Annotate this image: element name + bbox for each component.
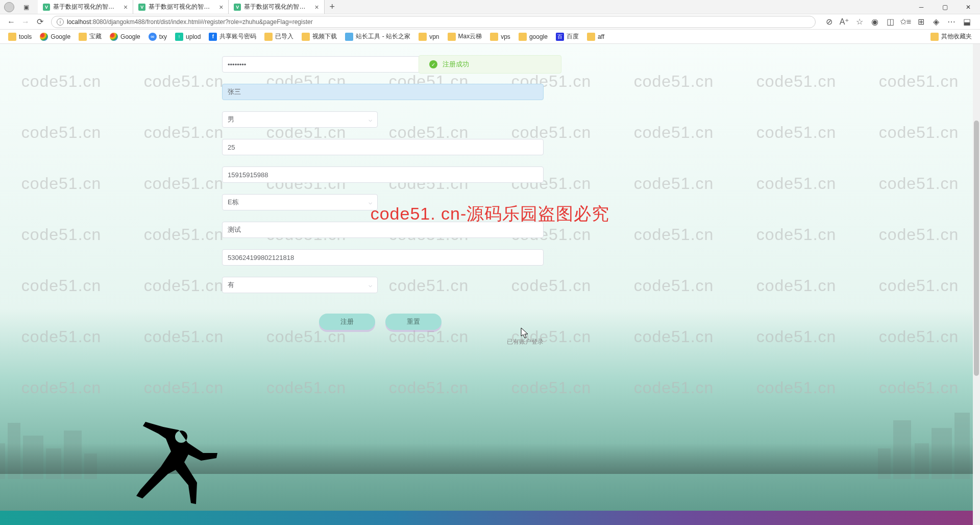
tab-title: 基于数据可视化的智慧社区内网 [53,3,119,11]
bookmark-label: 百度 [567,32,579,41]
bookmark-item[interactable]: 百百度 [552,32,583,41]
window-controls: ─ ▢ ✕ [910,0,980,14]
browser-tabs: V 基于数据可视化的智慧社区内网 × V 基于数据可视化的智慧社区内网 × V … [38,0,910,14]
forward-button[interactable]: → [18,15,33,29]
close-button[interactable]: ✕ [957,0,980,14]
bookmark-label: aff [598,33,604,40]
scrollbar-thumb[interactable] [974,121,979,376]
bookmark-label: vpn [429,33,439,40]
browser-tab[interactable]: V 基于数据可视化的智慧社区内网 × [38,0,133,14]
url-host: localhost [67,18,91,26]
has-account-select[interactable]: 有 ⌵ [222,277,378,293]
bookmark-label: txy [159,33,167,40]
downloads-icon[interactable]: ⬓ [962,17,972,27]
bookmark-item[interactable]: tools [4,33,36,41]
folder-icon [519,33,527,41]
bookmark-item[interactable]: ↑uplod [171,33,205,41]
building-select[interactable]: E栋 ⌵ [222,194,378,210]
baidu-icon: 百 [556,33,564,41]
bookmark-item[interactable]: f共享账号密码 [205,32,260,41]
back-button[interactable]: ← [4,15,18,29]
watermark-text: code51.cn [857,72,980,91]
watermark-text: code51.cn [0,276,122,295]
other-bookmarks-button[interactable]: 其他收藏夹 [926,32,976,41]
watermark-text: code51.cn [0,225,122,244]
tab-title: 基于数据可视化的智慧社区内网 [149,3,215,11]
runner-icon [133,418,225,517]
folder-icon [79,33,87,41]
minimize-button[interactable]: ─ [910,0,933,14]
bookmark-item[interactable]: 已导入 [260,32,298,41]
gender-select[interactable]: 男 ⌵ [222,111,378,128]
bookmark-label: Max云梯 [458,32,482,41]
bookmark-item[interactable]: Max云梯 [444,32,486,41]
bookmark-label: google [529,33,548,40]
has-account-value: 有 [228,280,234,290]
tracking-icon[interactable]: ⊘ [824,17,834,27]
age-field[interactable] [222,139,544,155]
copilot-icon[interactable]: ◉ [870,17,880,27]
bookmarks-bar: toolsGoogle宝藏Google∞txy↑uplodf共享账号密码已导入视… [0,30,980,44]
bookmark-item[interactable]: 站长工具 - 站长之家 [341,32,414,41]
scrollbar-track[interactable] [973,44,980,525]
bookmark-item[interactable]: ∞txy [144,33,171,41]
favorites-list-icon[interactable]: ✩≡ [900,17,911,27]
bookmark-item[interactable]: Google [36,33,75,41]
vue-favicon-icon: V [43,4,50,11]
watermark-text: code51.cn [857,225,980,244]
window-titlebar: ▣ V 基于数据可视化的智慧社区内网 × V 基于数据可视化的智慧社区内网 × … [0,0,980,14]
split-screen-icon[interactable]: ◫ [885,17,895,27]
refresh-button[interactable]: ⟳ [33,15,47,29]
folder-icon [8,33,16,41]
extensions-icon[interactable]: ◈ [931,17,941,27]
bookmark-item[interactable]: vps [486,33,514,41]
bookmark-label: 已导入 [275,32,293,41]
maximize-button[interactable]: ▢ [933,0,957,14]
bookmark-item[interactable]: vpn [414,33,443,41]
phone-field[interactable] [222,166,544,183]
bookmark-item[interactable]: Google [106,33,144,41]
bookmark-label: vps [501,33,510,40]
watermark-text: code51.cn [612,123,735,142]
bookmark-item[interactable]: 宝藏 [75,32,106,41]
register-button[interactable]: 注册 [319,314,375,330]
tab-close-icon[interactable]: × [124,3,128,11]
tab-title: 基于数据可视化的智慧社区内网 [244,3,310,11]
bookmark-item[interactable]: google [514,33,552,41]
login-link[interactable]: 已有账户登录 [222,338,544,346]
favorite-icon[interactable]: ☆ [854,17,865,27]
browser-tab[interactable]: V 基于数据可视化的智慧社区内网 × [133,0,229,14]
chevron-down-icon: ⌵ [369,281,372,289]
bookmark-label: Google [120,33,140,40]
collections-icon[interactable]: ⊞ [916,17,926,27]
folder-icon [264,33,273,41]
profile-icon[interactable] [4,2,14,12]
browser-tab[interactable]: V 基于数据可视化的智慧社区内网 × [229,0,324,14]
watermark-text: code51.cn [612,225,735,244]
bookmark-label: Google [51,33,70,40]
toast-message: 注册成功 [443,60,469,69]
new-tab-button[interactable]: + [325,0,340,14]
tab-close-icon[interactable]: × [219,3,223,11]
watermark-text: code51.cn [735,327,857,346]
url-input[interactable]: i localhost:8080/djangokm488/front/dist/… [51,16,816,28]
folder-icon [490,33,498,41]
name-field[interactable] [222,84,544,100]
bookmark-item[interactable]: 视频下载 [298,32,341,41]
watermark-warning: code51. cn-源码乐园盗图必究 [371,202,610,226]
tab-actions-icon[interactable]: ▣ [21,3,31,12]
bookmark-item[interactable]: aff [583,33,608,41]
watermark-text: code51.cn [857,174,980,193]
more-icon[interactable]: ⋯ [946,17,957,27]
bookmark-label: 视频下载 [312,32,337,41]
url-path: :8080/djangokm488/front/dist/index.html#… [91,18,312,26]
read-aloud-icon[interactable]: A⁺ [839,17,849,27]
vue-favicon-icon: V [138,4,145,11]
watermark-text: code51.cn [735,72,857,91]
watermark-text: code51.cn [857,276,980,295]
upload-icon: ↑ [175,33,183,41]
tab-close-icon[interactable]: × [314,3,318,11]
reset-button[interactable]: 重置 [385,314,442,330]
site-info-icon[interactable]: i [57,18,64,26]
idcard-field[interactable] [222,249,544,266]
